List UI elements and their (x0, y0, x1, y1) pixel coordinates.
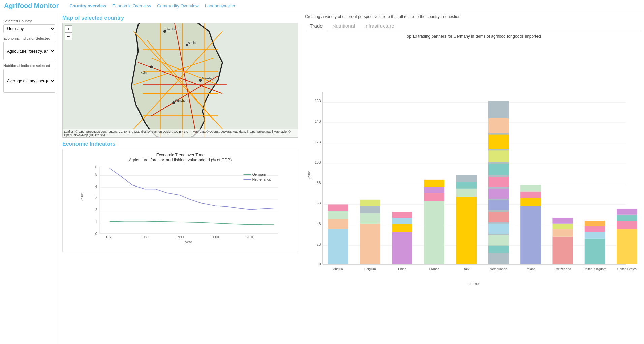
bar-netherlands-6 (488, 177, 509, 187)
economic-section: Economic Indicators Economic Trend over … (62, 141, 298, 252)
svg-text:year: year (185, 240, 192, 244)
nutritional-indicator-label: Nutritional indicator selected (3, 64, 55, 68)
country-label: Selected Country (3, 19, 55, 23)
svg-text:10B: 10B (315, 161, 321, 164)
svg-text:4B: 4B (317, 222, 321, 226)
bar-chart-title: Top 10 trading partners for Germany in t… (305, 34, 641, 39)
bar-us-4 (617, 209, 637, 214)
bar-switzerland-2 (552, 229, 573, 237)
bar-italy-4 (456, 175, 477, 182)
svg-text:1: 1 (95, 220, 97, 224)
nav-landbouwraden[interactable]: Landbouwraden (205, 3, 236, 8)
svg-text:Germany: Germany (252, 173, 267, 176)
svg-text:Berlin: Berlin (188, 41, 196, 45)
bar-belgium-4 (360, 200, 380, 206)
zoom-in-button[interactable]: + (65, 25, 72, 33)
nav-commodity-overview[interactable]: Commodity Overview (157, 3, 199, 8)
bar-uk-1 (585, 239, 605, 264)
svg-text:Dresden: Dresden (202, 77, 213, 80)
svg-text:United States: United States (617, 267, 637, 271)
bar-poland-2 (520, 198, 541, 206)
bar-chart-wrap: 0 2B 4B 6B 8B 10B 12B 14B 16B Value (305, 41, 641, 342)
map-container: + − (62, 23, 298, 138)
svg-text:München: München (175, 99, 187, 102)
sidebar: Selected Country Germany Netherlands Fra… (0, 12, 59, 344)
bar-poland-1 (520, 206, 541, 264)
nutritional-indicator-select[interactable]: Average dietary energy supply adequacy (… (3, 69, 55, 93)
bar-austria-1 (328, 229, 348, 264)
svg-point-21 (199, 79, 202, 82)
svg-text:Austria: Austria (333, 267, 343, 271)
app-title: Agrifood Monitor (4, 2, 59, 10)
svg-text:6B: 6B (317, 201, 321, 205)
svg-text:2B: 2B (317, 242, 321, 246)
svg-text:Belgium: Belgium (364, 267, 376, 271)
economic-indicator-label: Economic indicator Selected (3, 36, 55, 40)
bar-uk-2 (585, 232, 605, 239)
economic-line-chart: 0 1 2 3 4 5 6 1970 1980 1990 (66, 163, 295, 247)
bar-italy-1 (456, 197, 477, 264)
map-title: Map of selected country (62, 15, 298, 21)
bar-netherlands-4 (488, 150, 509, 162)
nav-economic-overview[interactable]: Economic Overview (112, 3, 151, 8)
bar-austria-3 (328, 211, 348, 219)
bar-china-3 (392, 218, 412, 224)
zoom-out-button[interactable]: − (65, 33, 72, 40)
tab-nutritional[interactable]: Nutritional (328, 21, 360, 31)
svg-text:3: 3 (95, 196, 97, 200)
tabs-row: Trade Nutritional Infrastructure (305, 21, 641, 31)
svg-text:12B: 12B (315, 140, 321, 144)
svg-text:0: 0 (95, 232, 97, 236)
svg-text:France: France (429, 267, 439, 271)
svg-text:1980: 1980 (141, 235, 149, 239)
svg-text:1970: 1970 (105, 235, 113, 239)
bar-france-3 (424, 187, 444, 193)
tab-trade[interactable]: Trade (305, 21, 328, 31)
svg-text:1990: 1990 (176, 235, 184, 239)
svg-text:Value: Value (307, 171, 311, 180)
svg-text:2: 2 (95, 208, 97, 212)
bar-netherlands-5 (488, 164, 509, 175)
bar-austria-2 (328, 219, 348, 229)
map-section: Map of selected country + − (62, 15, 298, 138)
economic-chart-container: Economic Trend over Time Agriculture, fo… (62, 149, 298, 252)
map-attribution: Leaflet | © OpenStreetMap contributors, … (63, 129, 298, 137)
svg-text:Poland: Poland (526, 267, 536, 271)
main-nav: Country overview Economic Overview Commo… (69, 3, 236, 8)
country-select[interactable]: Germany Netherlands France Italy Belgium (3, 24, 55, 33)
svg-text:China: China (398, 267, 407, 271)
svg-text:Italy: Italy (463, 267, 469, 271)
svg-text:5: 5 (95, 173, 97, 176)
bar-netherlands-12 (488, 246, 509, 253)
svg-text:4: 4 (95, 184, 97, 188)
bar-switzerland-3 (552, 224, 573, 229)
svg-text:8B: 8B (317, 181, 321, 185)
map-svg: Hamburg Berlin Köln Dresden München (63, 23, 298, 137)
svg-text:Switzerland: Switzerland (554, 267, 571, 271)
bar-netherlands-8 (488, 200, 509, 210)
bar-belgium-1 (360, 224, 380, 264)
bar-austria-4 (328, 204, 348, 211)
right-description: Creating a variety of different perspect… (305, 14, 641, 19)
tab-infrastructure[interactable]: Infrastructure (360, 21, 399, 31)
svg-text:2010: 2010 (247, 235, 254, 239)
economic-indicator-select[interactable]: Agriculture, forestry, and fishing, valu… (3, 42, 55, 60)
svg-text:Köln: Köln (140, 71, 146, 74)
svg-point-20 (150, 66, 153, 68)
right-panel: Creating a variety of different perspect… (302, 12, 644, 344)
bar-belgium-2 (360, 213, 380, 223)
bar-netherlands-3 (488, 135, 509, 149)
bar-france-1 (424, 201, 444, 264)
svg-text:United Kingdom: United Kingdom (583, 267, 606, 271)
bar-netherlands-7 (488, 189, 509, 199)
nav-country-overview[interactable]: Country overview (69, 3, 106, 8)
bar-uk-4 (585, 221, 605, 226)
bar-italy-2 (456, 189, 477, 197)
svg-text:partner: partner (469, 282, 480, 286)
bar-china-2 (392, 224, 412, 232)
bar-us-2 (617, 221, 637, 229)
bar-netherlands-10 (488, 224, 509, 234)
bar-netherlands-11 (488, 235, 509, 245)
bar-poland-4 (520, 185, 541, 191)
map-controls: + − (65, 25, 72, 40)
